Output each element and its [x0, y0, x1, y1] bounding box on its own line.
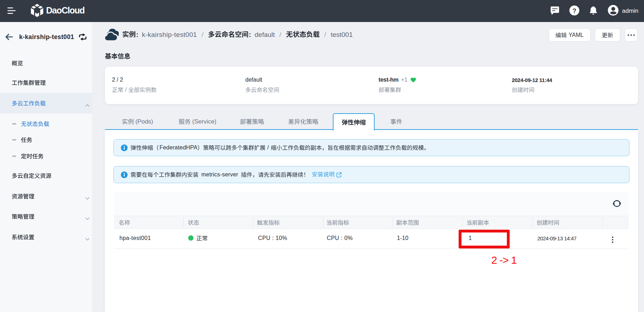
svg-text:?: ?: [572, 7, 576, 15]
